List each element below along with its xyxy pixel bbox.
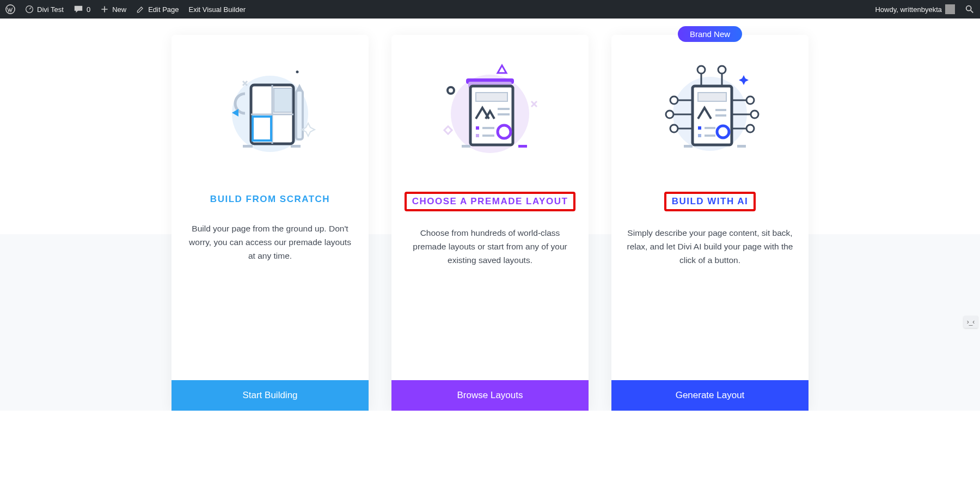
start-building-button[interactable]: Start Building	[171, 380, 369, 411]
svg-point-51	[751, 111, 758, 118]
premade-illustration	[391, 57, 589, 166]
svg-point-55	[697, 66, 705, 74]
comment-icon	[74, 4, 83, 14]
wp-admin-bar: Divi Test 0 New Edit Page Exit Visual Bu…	[0, 0, 980, 19]
dashboard-icon	[25, 5, 34, 14]
card-title-premade: CHOOSE A PREMADE LAYOUT	[405, 192, 576, 211]
svg-rect-58	[684, 145, 693, 148]
svg-rect-9	[296, 90, 303, 139]
builder-choice-panel: BUILD FROM SCRATCH Build your page from …	[0, 19, 980, 411]
new-label: New	[112, 5, 126, 14]
card-premade-layout: CHOOSE A PREMADE LAYOUT Choose from hund…	[391, 35, 589, 411]
svg-rect-39	[698, 134, 701, 137]
card-build-from-scratch: BUILD FROM SCRATCH Build your page from …	[171, 35, 369, 411]
svg-rect-22	[476, 126, 479, 130]
card-desc-scratch: Build your page from the ground up. Don'…	[171, 222, 369, 320]
svg-point-49	[746, 96, 754, 104]
edit-page-label: Edit Page	[148, 5, 179, 14]
generate-layout-button[interactable]: Generate Layout	[611, 380, 808, 411]
pencil-icon	[136, 5, 145, 14]
svg-point-2	[966, 6, 971, 11]
plus-icon	[100, 5, 109, 14]
site-name-link[interactable]: Divi Test	[25, 5, 64, 14]
svg-rect-28	[462, 145, 470, 148]
exit-builder-label: Exit Visual Builder	[189, 5, 246, 14]
comments-link[interactable]: 0	[74, 4, 90, 14]
card-desc-premade: Choose from hundreds of world-class prem…	[391, 227, 589, 320]
svg-point-43	[670, 96, 678, 104]
svg-rect-27	[518, 145, 527, 148]
svg-rect-34	[698, 93, 726, 101]
svg-rect-11	[243, 145, 253, 148]
floating-widget-icon[interactable]: ›_‹	[964, 316, 978, 328]
svg-point-30	[448, 87, 454, 94]
search-icon[interactable]	[965, 4, 975, 14]
svg-marker-29	[498, 65, 506, 73]
svg-point-47	[670, 125, 678, 132]
card-title-ai: BUILD WITH AI	[664, 192, 756, 211]
svg-rect-12	[291, 145, 301, 148]
wp-logo-icon[interactable]	[5, 4, 15, 14]
svg-point-57	[718, 66, 726, 74]
user-greeting-link[interactable]: Howdy, writtenbyekta	[875, 4, 955, 14]
svg-point-53	[746, 125, 754, 132]
svg-rect-24	[476, 134, 479, 137]
svg-rect-37	[698, 126, 701, 130]
svg-rect-19	[476, 93, 507, 101]
browse-layouts-button[interactable]: Browse Layouts	[391, 380, 589, 411]
card-build-with-ai: Brand New	[611, 35, 808, 411]
svg-rect-8	[274, 88, 292, 112]
greeting-label: Howdy, writtenbyekta	[875, 5, 942, 14]
edit-page-link[interactable]: Edit Page	[136, 5, 179, 14]
svg-rect-31	[444, 126, 452, 134]
scratch-illustration	[171, 57, 369, 166]
svg-point-14	[296, 71, 299, 74]
svg-rect-59	[737, 145, 746, 148]
new-content-link[interactable]: New	[100, 5, 126, 14]
card-desc-ai: Simply describe your page content, sit b…	[611, 227, 808, 320]
card-title-scratch: BUILD FROM SCRATCH	[205, 192, 335, 207]
ai-illustration	[611, 57, 808, 166]
exit-visual-builder-link[interactable]: Exit Visual Builder	[189, 5, 246, 14]
avatar	[945, 4, 955, 14]
comment-count: 0	[87, 5, 90, 14]
brand-new-badge: Brand New	[678, 26, 742, 42]
site-name-label: Divi Test	[37, 5, 64, 14]
svg-point-45	[666, 111, 673, 118]
